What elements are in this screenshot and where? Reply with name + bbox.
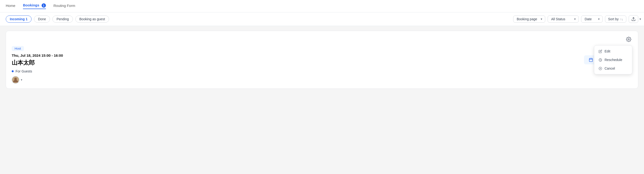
svg-point-1 (628, 39, 630, 40)
dropdown-edit[interactable]: Edit (594, 47, 632, 56)
nav-item-bookings[interactable]: Bookings 1 (23, 3, 46, 9)
filter-incoming[interactable]: Incoming 1 (6, 15, 32, 23)
booking-datetime: Thu, Jul 18, 2024 15:00 - 16:00 (12, 53, 632, 57)
avatar-chevron-icon[interactable]: ▾ (21, 78, 22, 82)
dropdown-menu: Edit Reschedule Cancel (594, 45, 632, 74)
dropdown-reschedule[interactable]: Reschedule (594, 56, 632, 64)
date-select[interactable]: Date (581, 15, 603, 23)
for-guests-row: For Guests (12, 69, 632, 73)
filter-bar: Incoming 1 Done Pending Booking as guest… (0, 12, 644, 26)
svg-rect-4 (589, 58, 592, 62)
date-select-wrapper: Date ▼ (581, 15, 603, 23)
card-header (12, 36, 632, 44)
bookings-badge: 1 (42, 3, 46, 8)
all-status-select-wrapper: All Status ▼ (548, 15, 579, 23)
booking-name: 山本太郎 (12, 59, 632, 67)
sort-arrows-icon: ↑↓ (620, 17, 623, 21)
gear-icon (626, 37, 631, 42)
avatar (12, 76, 19, 84)
main-content: Host Thu, Jul 18, 2024 15:00 - 16:00 山本太… (0, 26, 644, 93)
calendar-icon (589, 58, 593, 62)
nav-item-home[interactable]: Home (6, 3, 15, 8)
avatar-image (12, 77, 19, 83)
all-status-select[interactable]: All Status (548, 15, 579, 23)
sort-by-button[interactable]: Sort by ▼ ↑↓ (605, 15, 626, 23)
sort-by-chevron-icon: ▼ (639, 18, 642, 20)
booking-card: Host Thu, Jul 18, 2024 15:00 - 16:00 山本太… (6, 31, 638, 89)
export-icon (631, 17, 636, 21)
booking-page-select[interactable]: Booking page (513, 15, 545, 23)
filter-pending[interactable]: Pending (52, 15, 73, 23)
for-guests-dot-icon (12, 70, 14, 72)
filter-done[interactable]: Done (34, 15, 50, 23)
export-button[interactable] (629, 15, 638, 23)
avatar-row: ▾ (12, 76, 632, 84)
top-navigation: Home Bookings 1 Routing Form (0, 0, 644, 12)
host-badge: Host (12, 46, 24, 51)
pencil-icon (598, 50, 602, 53)
dropdown-cancel[interactable]: Cancel (594, 64, 632, 73)
nav-item-routing-form[interactable]: Routing Form (54, 3, 75, 8)
for-guests-label: For Guests (16, 69, 32, 73)
booking-page-select-wrapper: Booking page ▼ (513, 15, 545, 23)
clock-rotate-icon (598, 58, 602, 62)
x-circle-icon (598, 67, 602, 70)
gear-button[interactable] (625, 36, 632, 44)
filter-booking-as-guest[interactable]: Booking as guest (75, 15, 109, 23)
